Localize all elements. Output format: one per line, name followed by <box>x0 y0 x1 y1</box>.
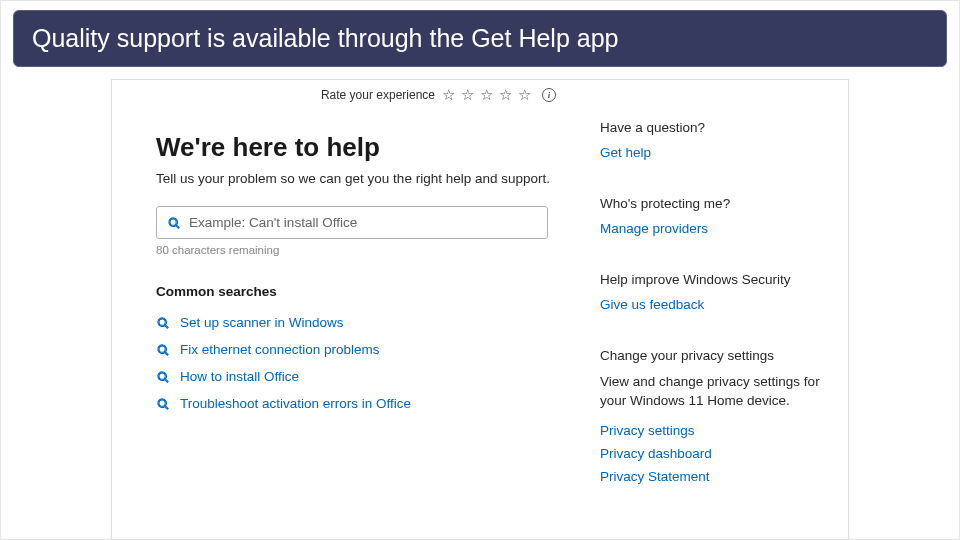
app-window: Rate your experience ☆ ☆ ☆ ☆ ☆ i We're h… <box>111 79 849 540</box>
search-box[interactable] <box>156 206 548 239</box>
search-icon <box>167 216 181 230</box>
caption-banner: Quality support is available through the… <box>13 10 947 67</box>
common-search-label: Set up scanner in Windows <box>180 315 344 330</box>
rating-stars: ☆ ☆ ☆ ☆ ☆ <box>442 86 531 104</box>
common-search-item[interactable]: How to install Office <box>156 363 564 390</box>
manage-providers-link[interactable]: Manage providers <box>600 221 828 236</box>
common-search-label: Fix ethernet connection problems <box>180 342 380 357</box>
common-search-label: Troubleshoot activation errors in Office <box>180 396 411 411</box>
common-searches-list: Set up scanner in Windows Fix ethernet c… <box>156 309 564 417</box>
rating-bar: Rate your experience ☆ ☆ ☆ ☆ ☆ i <box>156 86 564 104</box>
common-search-item[interactable]: Fix ethernet connection problems <box>156 336 564 363</box>
side-section-question: Have a question? Get help <box>600 120 828 160</box>
give-feedback-link[interactable]: Give us feedback <box>600 297 828 312</box>
star-icon[interactable]: ☆ <box>442 86 455 104</box>
common-searches-heading: Common searches <box>156 284 564 299</box>
sidebar: Have a question? Get help Who's protecti… <box>592 80 848 540</box>
star-icon[interactable]: ☆ <box>518 86 531 104</box>
common-search-label: How to install Office <box>180 369 299 384</box>
side-section-privacy: Change your privacy settings View and ch… <box>600 348 828 484</box>
page-subtitle: Tell us your problem so we can get you t… <box>156 171 564 186</box>
content-columns: Rate your experience ☆ ☆ ☆ ☆ ☆ i We're h… <box>112 80 848 540</box>
search-icon <box>156 370 170 384</box>
side-section-improve: Help improve Windows Security Give us fe… <box>600 272 828 312</box>
search-input[interactable] <box>189 215 537 230</box>
privacy-desc: View and change privacy settings for you… <box>600 373 828 411</box>
side-title: Who's protecting me? <box>600 196 828 211</box>
search-icon <box>156 316 170 330</box>
privacy-statement-link[interactable]: Privacy Statement <box>600 469 828 484</box>
main-panel: Rate your experience ☆ ☆ ☆ ☆ ☆ i We're h… <box>112 80 592 540</box>
star-icon[interactable]: ☆ <box>480 86 493 104</box>
info-icon[interactable]: i <box>542 88 556 102</box>
char-counter: 80 characters remaining <box>156 244 564 256</box>
search-icon <box>156 343 170 357</box>
star-icon[interactable]: ☆ <box>461 86 474 104</box>
rating-label: Rate your experience <box>321 88 435 102</box>
get-help-link[interactable]: Get help <box>600 145 828 160</box>
common-search-item[interactable]: Troubleshoot activation errors in Office <box>156 390 564 417</box>
side-section-protect: Who's protecting me? Manage providers <box>600 196 828 236</box>
page-title: We're here to help <box>156 132 564 163</box>
star-icon[interactable]: ☆ <box>499 86 512 104</box>
privacy-settings-link[interactable]: Privacy settings <box>600 423 828 438</box>
privacy-dashboard-link[interactable]: Privacy dashboard <box>600 446 828 461</box>
caption-text: Quality support is available through the… <box>32 24 618 52</box>
search-icon <box>156 397 170 411</box>
side-title: Change your privacy settings <box>600 348 828 363</box>
side-title: Have a question? <box>600 120 828 135</box>
common-search-item[interactable]: Set up scanner in Windows <box>156 309 564 336</box>
side-title: Help improve Windows Security <box>600 272 828 287</box>
